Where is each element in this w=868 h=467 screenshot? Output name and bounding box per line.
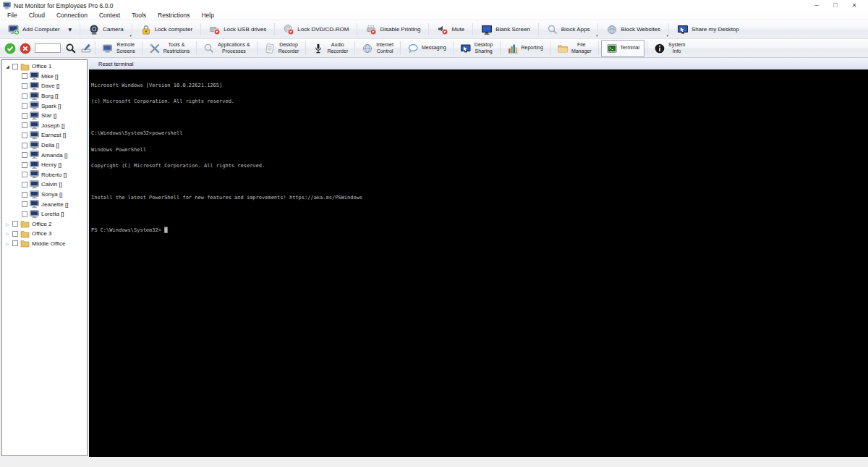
checkbox[interactable]	[22, 103, 27, 109]
checkbox[interactable]	[22, 83, 27, 89]
menu-help[interactable]: Help	[195, 11, 219, 20]
maximize-button[interactable]: □	[826, 0, 845, 11]
tree-group-office1[interactable]: ◢ Office 1	[2, 62, 87, 72]
tree-group-office2[interactable]: ▷ Office 2	[2, 219, 87, 230]
tree-item-computer[interactable]: Star []	[2, 111, 87, 121]
terminal-line: Copyright (C) Microsoft Corporation. All…	[91, 164, 868, 169]
lock-dvd-button[interactable]: Lock DVD/CD-ROM	[278, 22, 354, 37]
checkbox[interactable]	[22, 162, 27, 168]
lock-usb-button[interactable]: Lock USB drives	[204, 22, 271, 37]
checkbox[interactable]	[22, 201, 27, 207]
checkbox[interactable]	[22, 93, 27, 99]
button-label-line2: Recorder	[278, 49, 299, 54]
button-label-line2: Info	[673, 49, 681, 54]
tree-group-office3[interactable]: ▷ Office 3	[2, 229, 87, 239]
checkbox[interactable]	[22, 122, 27, 128]
audio-recorder-button[interactable]: AudioRecorder	[308, 40, 352, 57]
tree-item-computer[interactable]: Spark []	[2, 101, 87, 111]
expander-icon[interactable]: ▷	[4, 222, 11, 227]
computer-icon	[30, 210, 39, 219]
messaging-button[interactable]: Messaging	[403, 40, 451, 57]
feature-toolbar: RemoteScreens Tools &Restrictions Applic…	[0, 39, 868, 58]
tools-restrictions-button[interactable]: Tools &Restrictions	[145, 40, 195, 57]
terminal-output[interactable]: Microsoft Windows [Version 10.0.22621.12…	[89, 70, 868, 457]
reset-terminal-button[interactable]: Reset terminal	[96, 60, 135, 68]
computer-icon	[30, 200, 39, 209]
search-input[interactable]	[35, 43, 61, 53]
tree-item-computer[interactable]: Dave []	[2, 81, 87, 91]
add-computer-button[interactable]: Add Computer ▼	[3, 22, 77, 37]
blank-screen-button[interactable]: Blank Screen	[476, 22, 535, 37]
checkbox[interactable]	[12, 221, 18, 227]
lock-computer-button[interactable]: Lock computer	[135, 22, 197, 37]
menu-restrictions[interactable]: Restrictions	[152, 11, 195, 20]
minimize-button[interactable]: –	[807, 0, 826, 11]
checkbox[interactable]	[22, 143, 27, 148]
computer-name: Spark []	[41, 103, 61, 109]
block-websites-dropdown-caret-icon[interactable]: ▾	[666, 33, 668, 38]
toolbar-separator	[472, 23, 473, 35]
menu-cloud[interactable]: Cloud	[23, 11, 51, 20]
system-info-button[interactable]: SystemInfo	[650, 40, 689, 57]
share-desktop-button[interactable]: Share my Desktop	[672, 22, 744, 37]
block-apps-dropdown-caret-icon[interactable]: ▾	[596, 33, 598, 38]
disconnect-button[interactable]	[19, 42, 31, 54]
checkbox[interactable]	[22, 182, 27, 188]
block-websites-button[interactable]: Block Websites ▾	[601, 22, 665, 37]
mute-button[interactable]: Mute	[432, 22, 469, 37]
checkbox[interactable]	[22, 132, 27, 138]
tree-item-computer[interactable]: Joseph []	[2, 121, 87, 131]
tree-item-computer[interactable]: Calvin []	[2, 180, 87, 190]
tree-item-computer[interactable]: Jeanette []	[2, 199, 87, 209]
desktop-recorder-button[interactable]: DesktopRecorder	[260, 40, 304, 57]
menu-connection[interactable]: Connection	[51, 11, 93, 20]
tree-item-computer[interactable]: Loretta []	[2, 209, 87, 219]
dropdown-arrow-icon[interactable]: ▼	[69, 27, 72, 32]
checkbox[interactable]	[12, 64, 18, 70]
menu-tools[interactable]: Tools	[126, 11, 152, 20]
checkbox[interactable]	[22, 172, 27, 177]
checkbox[interactable]	[22, 211, 27, 217]
desktop-sharing-button[interactable]: DesktopSharing	[456, 40, 498, 57]
block-apps-button[interactable]: Block Apps ▾	[542, 22, 595, 37]
checkbox[interactable]	[22, 73, 27, 79]
checkbox[interactable]	[22, 152, 27, 158]
menu-context[interactable]: Context	[93, 11, 126, 20]
checkbox[interactable]	[22, 113, 27, 119]
disable-printing-button[interactable]: Disable Printing	[360, 22, 425, 37]
tree-item-computer[interactable]: Henry []	[2, 160, 87, 170]
expander-icon[interactable]: ▷	[4, 231, 11, 236]
remote-screens-button[interactable]: RemoteScreens	[98, 40, 140, 57]
connect-button[interactable]	[4, 42, 16, 54]
edit-computer-button[interactable]	[80, 42, 92, 54]
tree-group-middle-office[interactable]: ▷ Middle Office	[2, 239, 87, 249]
applications-processes-button[interactable]: Applications &Processes	[199, 40, 254, 57]
folder-icon	[20, 230, 30, 238]
close-button[interactable]: ✕	[845, 0, 864, 11]
file-manager-button[interactable]: FileManager	[553, 40, 596, 57]
checkbox[interactable]	[12, 231, 18, 237]
reporting-button[interactable]: Reporting	[503, 40, 548, 57]
computer-icon	[30, 92, 39, 101]
menu-file[interactable]: File	[1, 11, 23, 20]
tree-item-computer[interactable]: Roberto []	[2, 170, 87, 180]
tree-item-computer[interactable]: Amanda []	[2, 150, 87, 160]
expander-icon[interactable]: ◢	[4, 64, 11, 69]
speaker-blocked-icon	[437, 24, 448, 35]
tree-item-computer[interactable]: Borg []	[2, 91, 87, 101]
terminal-button[interactable]: Terminal	[601, 40, 644, 57]
block-apps-label: Block Apps	[561, 26, 590, 33]
tree-item-computer[interactable]: Della []	[2, 140, 87, 151]
expander-icon[interactable]: ▷	[4, 241, 11, 246]
camera-dropdown-caret-icon[interactable]: ▾	[129, 33, 132, 38]
tree-item-computer[interactable]: Mike []	[2, 72, 87, 82]
tree-item-computer[interactable]: Sonya []	[2, 190, 87, 200]
button-label-line1: File	[577, 42, 585, 48]
checkbox[interactable]	[22, 192, 27, 198]
monitor-add-icon	[8, 24, 20, 35]
camera-button[interactable]: Camera ▾	[83, 22, 128, 37]
internet-control-button[interactable]: InternetControl	[357, 40, 398, 57]
tree-item-computer[interactable]: Earnest []	[2, 130, 87, 140]
search-button[interactable]	[64, 42, 77, 54]
checkbox[interactable]	[12, 240, 18, 246]
